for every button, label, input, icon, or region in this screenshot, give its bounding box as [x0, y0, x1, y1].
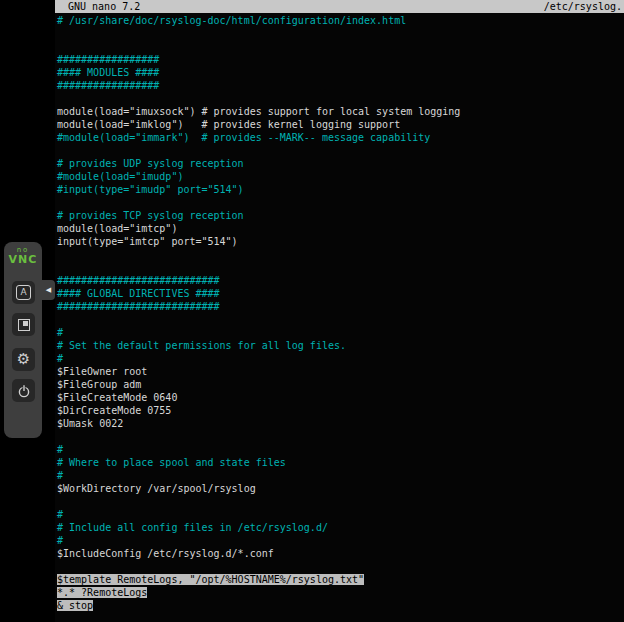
terminal-line [57, 261, 624, 274]
terminal-line [57, 248, 624, 261]
keyboard-button[interactable]: A [12, 281, 35, 304]
terminal-line [57, 92, 624, 105]
terminal-line: ################# [57, 79, 624, 92]
power-icon [17, 384, 31, 398]
terminal-line: # Include all config files in /etc/rsysl… [57, 521, 624, 534]
terminal-line: #### GLOBAL DIRECTIVES #### [57, 287, 624, 300]
terminal-line: # provides TCP syslog reception [57, 209, 624, 222]
gear-icon: ⚙ [17, 352, 30, 367]
power-button[interactable] [12, 379, 35, 402]
novnc-logo-vnc: VNC [4, 254, 42, 265]
control-bar-handle[interactable]: ◀ [42, 280, 55, 300]
terminal-line: # [57, 326, 624, 339]
terminal-line: #module(load="immark") # provides --MARK… [57, 131, 624, 144]
terminal-line: *.* ?RemoteLogs [57, 586, 624, 599]
terminal-line: ########################### [57, 300, 624, 313]
terminal-line: # /usr/share/doc/rsyslog-doc/html/config… [57, 14, 624, 27]
nano-version: GNU nano 7.2 [68, 0, 140, 13]
terminal-lines: # /usr/share/doc/rsyslog-doc/html/config… [57, 14, 624, 612]
terminal-line [57, 313, 624, 326]
terminal-line: $Umask 0022 [57, 417, 624, 430]
novnc-logo: no VNC [4, 247, 42, 265]
terminal-line: $template RemoteLogs, "/opt/%HOSTNAME%/r… [57, 573, 624, 586]
terminal-line: # Where to place spool and state files [57, 456, 624, 469]
terminal-line [57, 144, 624, 157]
fullscreen-button[interactable] [12, 313, 35, 336]
terminal-line: # provides UDP syslog reception [57, 157, 624, 170]
novnc-control-panel: no VNC A ⚙ [4, 242, 42, 438]
terminal-line: $FileOwner root [57, 365, 624, 378]
terminal-line [57, 27, 624, 40]
terminal-line: ########################### [57, 274, 624, 287]
terminal-line: #### MODULES #### [57, 66, 624, 79]
nano-titlebar: GNU nano 7.2 /etc/rsyslog. [55, 0, 624, 13]
terminal-line: module(load="imklog") # provides kernel … [57, 118, 624, 131]
terminal-line [57, 40, 624, 53]
terminal-line [57, 495, 624, 508]
keyboard-icon: A [16, 285, 31, 300]
screen: no VNC A ⚙ ◀ GNU nano 7.2 /etc/rsyslog. … [0, 0, 624, 622]
terminal-line: ################# [57, 53, 624, 66]
terminal-line [57, 560, 624, 573]
terminal-line: # [57, 534, 624, 547]
terminal-line: $WorkDirectory /var/spool/rsyslog [57, 482, 624, 495]
fullscreen-icon [18, 319, 30, 331]
terminal-line [57, 430, 624, 443]
terminal-line: # [57, 443, 624, 456]
terminal-line: module(load="imtcp") [57, 222, 624, 235]
nano-filename: /etc/rsyslog. [544, 0, 622, 13]
terminal-line: & stop [57, 599, 624, 612]
terminal-line: # [57, 508, 624, 521]
terminal-line: # [57, 352, 624, 365]
terminal-line: $FileCreateMode 0640 [57, 391, 624, 404]
terminal-line: #module(load="imudp") [57, 170, 624, 183]
terminal-line: # Set the default permissions for all lo… [57, 339, 624, 352]
nano-editor[interactable]: GNU nano 7.2 /etc/rsyslog. # /usr/share/… [55, 0, 624, 622]
settings-button[interactable]: ⚙ [12, 348, 35, 371]
terminal-line: input(type="imtcp" port="514") [57, 235, 624, 248]
terminal-line: # [57, 469, 624, 482]
terminal-line: module(load="imuxsock") # provides suppo… [57, 105, 624, 118]
collapse-arrow-icon: ◀ [46, 286, 51, 294]
terminal-line: $FileGroup adm [57, 378, 624, 391]
terminal-line: $IncludeConfig /etc/rsyslog.d/*.conf [57, 547, 624, 560]
terminal-line: #input(type="imudp" port="514") [57, 183, 624, 196]
terminal-line: $DirCreateMode 0755 [57, 404, 624, 417]
terminal-line [57, 196, 624, 209]
